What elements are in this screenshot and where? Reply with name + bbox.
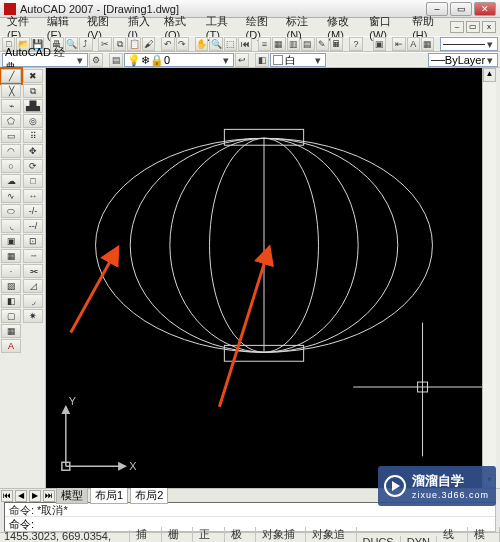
region-tool[interactable]: ▢	[1, 309, 21, 323]
cut-icon[interactable]: ✂	[98, 37, 111, 51]
toggle-otrack[interactable]: 对象追踪	[306, 527, 356, 543]
polygon-tool[interactable]: ⬠	[1, 114, 21, 128]
block-icon[interactable]: ▣	[373, 37, 386, 51]
ssm-icon[interactable]: ▤	[301, 37, 314, 51]
undo-icon[interactable]: ↶	[161, 37, 174, 51]
mtext-tool-icon[interactable]: A	[407, 37, 420, 51]
annotation-arrow-2	[219, 248, 269, 407]
revcloud-tool[interactable]: ☁	[1, 174, 21, 188]
tab-nav-last[interactable]: ⏭	[43, 490, 55, 502]
doc-min-button[interactable]: –	[450, 21, 464, 33]
layer-state-icons: 💡❄🔒	[127, 54, 164, 67]
circle-tool[interactable]: ○	[1, 159, 21, 173]
doc-close-button[interactable]: x	[482, 21, 496, 33]
maximize-button[interactable]: ▭	[450, 2, 472, 16]
tab-layout1[interactable]: 布局1	[90, 487, 128, 504]
toggle-ducs[interactable]: DUCS	[357, 536, 401, 543]
gradient-tool[interactable]: ◧	[1, 294, 21, 308]
dim-linear-icon[interactable]: ⇤	[392, 37, 405, 51]
stretch-tool[interactable]: ↔	[23, 189, 43, 203]
chevron-down-icon: ▾	[221, 54, 231, 67]
break-tool[interactable]: ╌	[23, 249, 43, 263]
mirror-tool[interactable]: ▟▙	[23, 99, 43, 113]
workspace-combo[interactable]: AutoCAD 经典 ▾	[2, 53, 88, 67]
zoom-rt-icon[interactable]: 🔍	[209, 37, 222, 51]
spline-tool[interactable]: ∿	[1, 189, 21, 203]
paste-icon[interactable]: 📋	[127, 37, 140, 51]
right-border	[496, 68, 500, 488]
mtext-tool[interactable]: A	[1, 339, 21, 353]
matchprop-icon[interactable]: 🖌	[142, 37, 155, 51]
chamfer-tool[interactable]: ◿	[23, 279, 43, 293]
trim-tool[interactable]: ‐/‐	[23, 204, 43, 218]
scale-tool[interactable]: □	[23, 174, 43, 188]
vertical-scrollbar[interactable]: ▲ ▼	[482, 68, 496, 488]
laycur-icon[interactable]: ◧	[255, 53, 269, 67]
offset-tool[interactable]: ◎	[23, 114, 43, 128]
xline-tool[interactable]: ╳	[1, 84, 21, 98]
zoom-prev-icon[interactable]: ⏮	[238, 37, 251, 51]
table-tool[interactable]: ▦	[1, 324, 21, 338]
ws-settings-icon[interactable]: ⚙	[89, 53, 103, 67]
rotate-tool[interactable]: ⟳	[23, 159, 43, 173]
tool-palettes-icon[interactable]: ▥	[287, 37, 300, 51]
fillet-tool[interactable]: ◞	[23, 294, 43, 308]
linetype-combo[interactable]: ByLayer ▾	[428, 53, 498, 67]
break-point-tool[interactable]: ⊡	[23, 234, 43, 248]
help-icon[interactable]: ?	[349, 37, 362, 51]
make-block-tool[interactable]: ▦	[1, 249, 21, 263]
tab-layout2[interactable]: 布局2	[130, 487, 168, 504]
array-tool[interactable]: ⠿	[23, 129, 43, 143]
ellipse-arc-tool[interactable]: ◟	[1, 219, 21, 233]
toggle-polar[interactable]: 极轴	[225, 527, 257, 543]
rectangle-tool[interactable]: ▭	[1, 129, 21, 143]
join-tool[interactable]: ⫘	[23, 264, 43, 278]
pan-icon[interactable]: ✋	[195, 37, 208, 51]
extend-tool[interactable]: ‐‐/	[23, 219, 43, 233]
toggle-model[interactable]: 模型	[468, 527, 500, 543]
line-tool[interactable]: ╱	[1, 69, 21, 83]
insert-block-tool[interactable]: ▣	[1, 234, 21, 248]
zoom-win-icon[interactable]: ⬚	[224, 37, 237, 51]
dc-icon[interactable]: ▦	[272, 37, 285, 51]
toggle-dyn[interactable]: DYN	[401, 536, 437, 543]
calc-icon[interactable]: 🖩	[330, 37, 343, 51]
markup-icon[interactable]: ✎	[316, 37, 329, 51]
erase-tool[interactable]: ✖	[23, 69, 43, 83]
color-combo[interactable]: 白 ▾	[270, 53, 326, 67]
layer-props-icon[interactable]: ▤	[109, 53, 123, 67]
toggle-lwt[interactable]: 线宽	[437, 527, 469, 543]
explode-tool[interactable]: ✷	[23, 309, 43, 323]
model-space[interactable]: X Y	[46, 68, 482, 488]
polyline-tool[interactable]: ⌁	[1, 99, 21, 113]
toggle-snap[interactable]: 捕捉	[130, 527, 162, 543]
hatch-tool[interactable]: ▨	[1, 279, 21, 293]
toggle-osnap[interactable]: 对象捕捉	[256, 527, 306, 543]
drawing-canvas[interactable]: X Y	[46, 68, 482, 488]
toggle-ortho[interactable]: 正交	[193, 527, 225, 543]
arc-tool[interactable]: ◠	[1, 144, 21, 158]
doc-max-button[interactable]: ▭	[466, 21, 480, 33]
point-tool[interactable]: ·	[1, 264, 21, 278]
copy-tool[interactable]: ⧉	[23, 84, 43, 98]
redo-icon[interactable]: ↷	[176, 37, 189, 51]
tab-model[interactable]: 模型	[56, 487, 88, 504]
scroll-up-button[interactable]: ▲	[483, 68, 496, 82]
toggle-grid[interactable]: 栅格	[162, 527, 194, 543]
tab-nav-prev[interactable]: ◀	[15, 490, 27, 502]
chevron-down-icon: ▾	[75, 54, 85, 67]
table-tool-icon[interactable]: ▦	[421, 37, 434, 51]
move-tool[interactable]: ✥	[23, 144, 43, 158]
scroll-track[interactable]	[483, 82, 496, 474]
properties-icon[interactable]: ≡	[258, 37, 271, 51]
layer-combo[interactable]: 💡❄🔒 0 ▾	[124, 53, 234, 67]
tab-nav-first[interactable]: ⏮	[1, 490, 13, 502]
lantern-drawing	[96, 129, 433, 361]
tab-nav-next[interactable]: ▶	[29, 490, 41, 502]
lineweight-combo[interactable]: ▾	[440, 37, 498, 51]
layer-prev-icon[interactable]: ↩	[235, 53, 249, 67]
copy-icon[interactable]: ⧉	[113, 37, 126, 51]
close-button[interactable]: ✕	[474, 2, 496, 16]
publish-icon[interactable]: ⤴	[79, 37, 92, 51]
ellipse-tool[interactable]: ⬭	[1, 204, 21, 218]
